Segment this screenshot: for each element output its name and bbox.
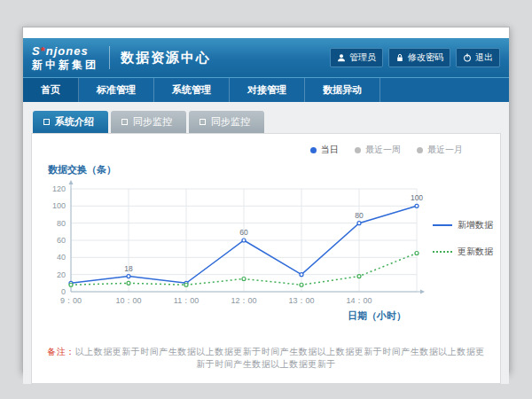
tab-label: 同步监控 bbox=[211, 115, 250, 129]
change-password-button[interactable]: 修改密码 bbox=[388, 48, 450, 67]
desktop-background: S*njones 新中新集团 数据资源中心 管理员 修改密码 bbox=[0, 0, 532, 399]
lock-icon bbox=[395, 53, 404, 62]
svg-text:11：00: 11：00 bbox=[174, 296, 199, 305]
tab-bar: 系统介绍 同步监控 同步监控 bbox=[31, 111, 501, 133]
time-range-filters: 当日 最近一周 最近一月 bbox=[44, 141, 488, 163]
content-area: 系统介绍 同步监控 同步监控 当日 bbox=[23, 102, 509, 384]
user-icon bbox=[337, 53, 346, 62]
filter-label: 当日 bbox=[321, 144, 339, 156]
filter-today[interactable]: 当日 bbox=[310, 144, 339, 156]
svg-text:60: 60 bbox=[57, 236, 66, 245]
nav-item-home[interactable]: 首页 bbox=[23, 78, 79, 102]
header-divider bbox=[109, 46, 110, 69]
note-text: 以上数据更新于时间产生数据以上数据更新于时间产生数据以上数据更新于时间产生数据以… bbox=[75, 347, 485, 369]
header-actions: 管理员 修改密码 退出 bbox=[330, 48, 500, 67]
line-chart-canvas: 0204060801001209：0010：0011：0012：0013：001… bbox=[44, 178, 426, 311]
svg-text:40: 40 bbox=[57, 253, 66, 262]
brand-logo: S*njones 新中新集团 bbox=[32, 45, 98, 70]
dotted-line-icon bbox=[433, 251, 452, 253]
svg-text:80: 80 bbox=[57, 219, 66, 228]
panel-icon bbox=[121, 119, 128, 125]
admin-button[interactable]: 管理员 bbox=[330, 48, 383, 67]
svg-text:18: 18 bbox=[124, 264, 133, 273]
app-header: S*njones 新中新集团 数据资源中心 管理员 修改密码 bbox=[23, 38, 509, 77]
logout-button[interactable]: 退出 bbox=[456, 48, 500, 67]
filter-label: 最近一周 bbox=[365, 144, 401, 156]
solid-line-icon bbox=[433, 224, 452, 226]
nav-item-system-mgmt[interactable]: 系统管理 bbox=[154, 78, 230, 102]
svg-text:60: 60 bbox=[239, 228, 248, 237]
radio-dot-icon bbox=[417, 147, 423, 153]
tab-label: 系统介绍 bbox=[55, 115, 94, 129]
radio-dot-icon bbox=[310, 147, 317, 153]
nav-item-docking-mgmt[interactable]: 对接管理 bbox=[230, 78, 305, 102]
tab-label: 同步监控 bbox=[133, 115, 172, 129]
nav-item-standard-mgmt[interactable]: 标准管理 bbox=[79, 78, 154, 102]
window-top-strip bbox=[23, 27, 509, 38]
nav-item-data-change[interactable]: 数据异动 bbox=[305, 78, 380, 102]
legend-item-updated-data[interactable]: 更新数据 bbox=[433, 246, 493, 258]
chart-row: 0204060801001209：0010：0011：0012：0013：001… bbox=[44, 178, 488, 311]
y-axis-title: 数据交换（条） bbox=[48, 163, 488, 176]
filter-last-week[interactable]: 最近一周 bbox=[355, 144, 401, 156]
svg-text:9：00: 9：00 bbox=[60, 296, 82, 305]
legend-label: 更新数据 bbox=[458, 246, 493, 258]
company-name: 新中新集团 bbox=[32, 59, 98, 70]
svg-text:0: 0 bbox=[61, 287, 66, 296]
legend-label: 新增数据 bbox=[458, 219, 493, 231]
filter-label: 最近一月 bbox=[427, 144, 463, 156]
tab-sync-monitor-2[interactable]: 同步监控 bbox=[189, 111, 264, 133]
chart-panel: 当日 最近一周 最近一月 数据交换（条） 0204060801001209：00… bbox=[31, 133, 501, 384]
filter-last-month[interactable]: 最近一月 bbox=[417, 144, 463, 156]
main-nav: 首页 标准管理 系统管理 对接管理 数据异动 bbox=[23, 77, 509, 102]
svg-text:100: 100 bbox=[52, 201, 66, 210]
power-icon bbox=[463, 53, 472, 62]
app-window: S*njones 新中新集团 数据资源中心 管理员 修改密码 bbox=[22, 27, 510, 372]
svg-text:14：00: 14：00 bbox=[346, 296, 372, 305]
svg-text:120: 120 bbox=[52, 184, 66, 193]
note-label: 备注： bbox=[47, 347, 75, 356]
admin-button-label: 管理员 bbox=[349, 51, 376, 64]
tab-sync-monitor-1[interactable]: 同步监控 bbox=[111, 111, 186, 133]
legend-item-new-data[interactable]: 新增数据 bbox=[433, 219, 493, 231]
series-legend: 新增数据 更新数据 bbox=[426, 178, 493, 258]
tab-system-intro[interactable]: 系统介绍 bbox=[33, 111, 108, 133]
change-password-button-label: 修改密码 bbox=[408, 51, 443, 64]
logout-button-label: 退出 bbox=[475, 51, 493, 64]
radio-dot-icon bbox=[355, 147, 361, 153]
svg-text:100: 100 bbox=[411, 193, 423, 202]
logo-english: S*njones bbox=[32, 45, 98, 57]
svg-text:12：00: 12：00 bbox=[231, 296, 256, 305]
svg-text:20: 20 bbox=[57, 270, 66, 279]
svg-text:80: 80 bbox=[355, 211, 364, 220]
svg-text:13：00: 13：00 bbox=[288, 296, 314, 305]
page-title: 数据资源中心 bbox=[121, 50, 211, 66]
panel-icon bbox=[43, 119, 50, 125]
x-axis-title: 日期（小时） bbox=[44, 309, 488, 323]
panel-icon bbox=[200, 119, 206, 125]
svg-text:10：00: 10：00 bbox=[115, 296, 141, 305]
footer-note: 备注：以上数据更新于时间产生数据以上数据更新于时间产生数据以上数据更新于时间产生… bbox=[44, 346, 488, 371]
